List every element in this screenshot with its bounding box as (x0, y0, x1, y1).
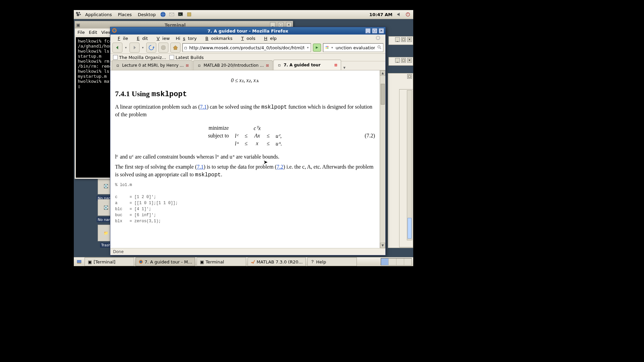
scroll-thumb[interactable] (381, 84, 385, 105)
bgwin3-generic-icon[interactable]: ▢ (407, 74, 412, 79)
tab-label: 7. A guided tour (284, 63, 321, 67)
firefox-icon (139, 259, 143, 264)
mail-launcher-icon[interactable] (168, 10, 176, 18)
panel-clock[interactable]: 10:47 AM (367, 12, 394, 17)
menu-bookmarks[interactable]: Bookmarks (200, 35, 235, 42)
firefox-minimize-icon[interactable]: _ (365, 28, 371, 34)
workspace-3[interactable] (396, 258, 404, 265)
panel-menu-places[interactable]: Places (115, 11, 134, 18)
tab-favicon-icon: ▫ (277, 63, 282, 67)
search-go-icon[interactable] (377, 45, 382, 51)
shutdown-icon[interactable] (404, 10, 412, 18)
workspace-4[interactable] (404, 258, 412, 265)
firefox-statusbar: Done (110, 248, 385, 255)
svg-rect-21 (77, 260, 81, 263)
menu-view[interactable]: View (151, 35, 172, 42)
menu-tools[interactable]: Tools (236, 35, 258, 42)
link-ref-7-1[interactable]: 7.1 (200, 104, 207, 110)
help-icon: ？ (310, 259, 315, 264)
tab-matlab[interactable]: ▫ MATLAB 20-20/Introduction … ⊠ (193, 60, 273, 70)
volume-icon[interactable] (395, 10, 403, 18)
svg-point-2 (77, 14, 79, 16)
stop-button[interactable] (158, 43, 168, 53)
url-input[interactable] (189, 45, 305, 51)
svg-rect-8 (187, 13, 191, 16)
page-paragraph-2: lᶜ and uᶜ are called constraint bounds w… (115, 153, 375, 161)
background-window-controls-1: _ ▢ × (388, 36, 413, 45)
tab-close-icon[interactable]: ⊠ (186, 63, 189, 68)
terminal-icon: ▣ (200, 259, 204, 264)
search-engine-icon[interactable] (325, 45, 329, 51)
terminal-menu-file[interactable]: File (77, 30, 85, 35)
gnome-top-panel: Applications Places Desktop >_ 10:47 AM (74, 10, 413, 19)
task-help[interactable]: ？ Help (307, 257, 357, 266)
tabs-overflow-icon[interactable]: ▾ (342, 65, 347, 70)
home-button[interactable] (170, 43, 180, 53)
bgwin1-close-icon[interactable]: × (407, 37, 412, 42)
panel-menu-applications[interactable]: Applications (83, 11, 114, 18)
terminal-app-icon: ▣ (76, 22, 80, 27)
menu-file[interactable]: File (112, 35, 131, 42)
bgwin1-minimize-icon[interactable]: _ (395, 37, 400, 42)
workspace-1[interactable] (381, 258, 388, 265)
scroll-down-icon[interactable]: ▼ (380, 243, 385, 248)
tab-lecture[interactable]: ▫ Lecture 0 at MSRI, by Henry … ⊠ (112, 60, 193, 70)
link-ref-7-2[interactable]: 7.2 (277, 164, 283, 170)
tab-close-icon[interactable]: ⊠ (266, 63, 269, 68)
bookmark-latest-builds[interactable]: Latest Builds (169, 55, 204, 60)
forward-button[interactable] (129, 43, 140, 53)
bgwin2-maximize-icon[interactable]: ▢ (401, 58, 406, 63)
tab-close-icon[interactable]: ⊠ (334, 63, 337, 67)
firefox-app-icon (112, 28, 117, 34)
forward-dropdown-icon[interactable]: ▾ (142, 46, 145, 49)
background-window-controls-2: _ ▢ × (388, 57, 413, 66)
terminal-menu-edit[interactable]: Edit (89, 30, 97, 35)
svg-point-17 (326, 47, 327, 49)
task-firefox[interactable]: 7. A guided tour - M… (136, 257, 195, 266)
url-bar[interactable]: ▫ ▾ (182, 43, 311, 52)
go-button[interactable] (313, 44, 321, 52)
menu-help[interactable]: Help (259, 35, 279, 42)
gnome-foot-icon[interactable] (75, 11, 82, 18)
tab-favicon-icon: ▫ (197, 63, 202, 68)
reload-button[interactable] (146, 43, 156, 53)
extra-launcher-icon[interactable] (185, 10, 193, 18)
task-terminal-2[interactable]: ▣ Terminal (197, 257, 246, 266)
menu-edit[interactable]: Edit (131, 35, 151, 42)
task-matlab[interactable]: MATLAB 7.3.0 (R20… (248, 257, 306, 266)
svg-point-24 (140, 261, 142, 263)
workspace-pager[interactable] (381, 258, 412, 265)
bgwin2-close-icon[interactable]: × (407, 58, 412, 63)
content-scrollbar[interactable]: ▲ ▼ (380, 70, 385, 248)
terminal-launcher-icon[interactable]: >_ (176, 10, 184, 18)
link-ref-7-1b[interactable]: 7.1 (197, 164, 204, 170)
bgwin1-maximize-icon[interactable]: ▢ (401, 37, 406, 42)
scroll-up-icon[interactable]: ▲ (380, 70, 385, 76)
bgwin2-minimize-icon[interactable]: _ (395, 58, 400, 63)
search-input[interactable] (335, 45, 376, 51)
back-dropdown-icon[interactable]: ▾ (124, 46, 127, 49)
firefox-titlebar[interactable]: 7. A guided tour - Mozilla Firefox _ ▢ × (110, 27, 385, 35)
svg-point-1 (78, 12, 80, 14)
bookmark-icon (113, 55, 118, 60)
back-button[interactable] (112, 43, 122, 53)
task-terminal-1[interactable]: ▣ [Terminal] (85, 257, 134, 266)
search-bar[interactable]: ▾ (323, 43, 383, 52)
bookmark-mozilla[interactable]: The Mozilla Organiz… (113, 55, 166, 60)
bookmark-label: Latest Builds (175, 55, 204, 60)
svg-point-3 (79, 14, 81, 15)
page-content[interactable]: 0 ≤ x₁, x₂, x₃. 7.4.1 Using msklpopt A l… (110, 70, 380, 248)
menu-history[interactable]: History (173, 35, 199, 42)
firefox-window[interactable]: 7. A guided tour - Mozilla Firefox _ ▢ ×… (110, 27, 386, 255)
workspace-2[interactable] (388, 258, 396, 265)
tab-guided-tour[interactable]: ▫ 7. A guided tour ⊠ (273, 60, 341, 70)
url-dropdown-icon[interactable]: ▾ (306, 46, 309, 49)
browser-launcher-icon[interactable] (159, 10, 167, 18)
show-desktop-icon[interactable] (75, 258, 83, 266)
firefox-close-icon[interactable]: × (379, 28, 384, 34)
terminal-icon: ▣ (88, 259, 92, 264)
firefox-maximize-icon[interactable]: ▢ (372, 28, 377, 34)
panel-menu-desktop[interactable]: Desktop (135, 11, 159, 18)
tab-label: MATLAB 20-20/Introduction … (204, 63, 264, 68)
throbber-icon (373, 35, 383, 42)
